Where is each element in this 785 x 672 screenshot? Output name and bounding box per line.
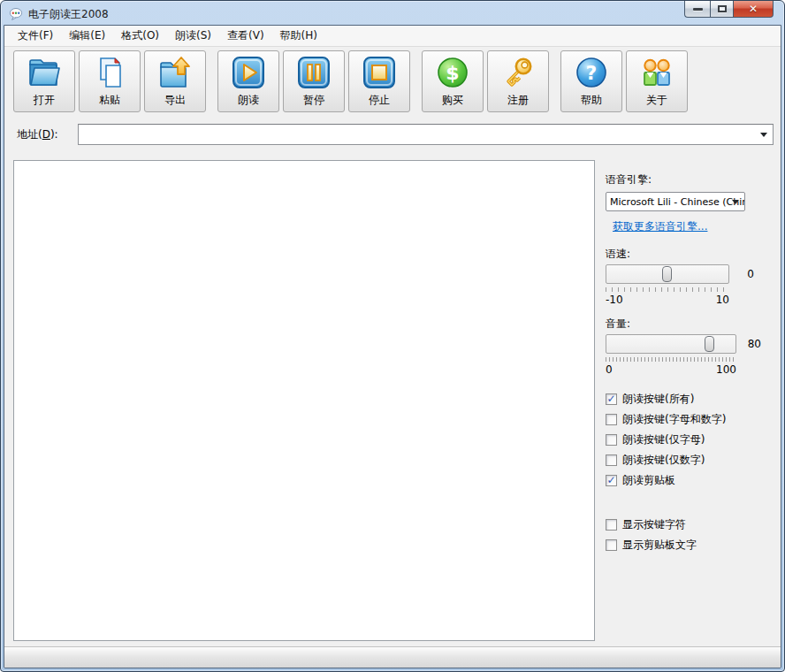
toolbar-group-playback: 朗读 <box>217 50 414 112</box>
export-button[interactable]: 导出 <box>144 50 206 112</box>
display-options-group: 显示按键字符 显示剪贴板文字 <box>606 517 774 552</box>
title-bar: 电子朗读王2008 <box>4 4 781 25</box>
speed-slider-thumb[interactable] <box>662 266 672 282</box>
main-content: 语音引擎: Microsoft Lili - Chinese (Chir 获取更… <box>4 153 781 646</box>
voice-engine-combobox[interactable]: Microsoft Lili - Chinese (Chir <box>606 192 745 211</box>
stop-icon <box>362 55 397 90</box>
speed-value: 0 <box>731 268 754 280</box>
minimize-button[interactable] <box>684 1 710 18</box>
toolbar-button-label: 停止 <box>369 93 390 108</box>
address-row: 地址(D): <box>4 116 781 153</box>
address-label: 地址(D): <box>17 127 58 142</box>
register-key-icon <box>500 55 536 90</box>
toolbar-button-label: 关于 <box>646 93 667 108</box>
checkbox-icon <box>606 414 617 425</box>
voice-engine-value: Microsoft Lili - Chinese (Chir <box>610 196 745 208</box>
voice-engine-label: 语音引擎: <box>606 172 774 187</box>
checkbox-icon <box>606 539 617 551</box>
register-button[interactable]: 注册 <box>487 50 549 112</box>
pause-button[interactable]: 暂停 <box>283 50 345 112</box>
close-button[interactable]: ✕ <box>734 1 774 18</box>
speed-block: 语速: 0 -10 10 <box>606 247 774 306</box>
toolbar-button-label: 暂停 <box>303 93 324 108</box>
checkbox-show-clipboard-text[interactable]: 显示剪贴板文字 <box>606 538 774 552</box>
help-button[interactable]: ? 帮助 <box>560 50 622 112</box>
toolbar-button-label: 粘贴 <box>99 93 120 108</box>
menu-view[interactable]: 查看(V) <box>219 26 272 46</box>
checkbox-read-keys-alnum[interactable]: 朗读按键(字母和数字) <box>606 412 774 426</box>
address-combobox[interactable] <box>78 124 774 145</box>
status-bar <box>4 646 781 668</box>
open-button[interactable]: 打开 <box>13 50 75 112</box>
menu-edit[interactable]: 编辑(E) <box>61 26 113 46</box>
play-icon <box>231 55 266 90</box>
buy-button[interactable]: $ 购买 <box>422 50 484 112</box>
checkbox-icon <box>606 434 617 446</box>
checkbox-read-keys-all[interactable]: ✓ 朗读按键(所有) <box>606 392 774 406</box>
checkbox-icon: ✓ <box>606 475 617 486</box>
pause-icon <box>296 55 332 90</box>
volume-block: 音量: 80 0 100 <box>606 317 774 376</box>
menu-file[interactable]: 文件(F) <box>10 26 61 46</box>
toolbar-button-label: 打开 <box>34 93 55 108</box>
dropdown-arrow-icon[interactable] <box>760 133 767 137</box>
volume-max-label: 100 <box>716 363 736 376</box>
read-options-group: ✓ 朗读按键(所有) 朗读按键(字母和数字) 朗读按键(仅字母) 朗读按键(仅数… <box>606 392 774 487</box>
volume-slider-ticks <box>606 357 736 362</box>
about-people-icon <box>639 55 674 90</box>
speed-slider-track[interactable] <box>606 264 729 284</box>
app-window: 电子朗读王2008 ✕ 文件(F) 编辑(E) 格式(O) 朗读(S) 查看(V… <box>0 0 785 672</box>
client-area: 文件(F) 编辑(E) 格式(O) 朗读(S) 查看(V) 帮助(H) <box>4 25 781 668</box>
speed-label: 语速: <box>606 247 774 262</box>
menu-help[interactable]: 帮助(H) <box>272 26 325 46</box>
svg-text:?: ? <box>586 62 598 84</box>
toolbar-button-label: 朗读 <box>238 93 259 108</box>
menu-read[interactable]: 朗读(S) <box>167 26 219 46</box>
app-logo-icon <box>9 7 23 21</box>
stop-button[interactable]: 停止 <box>348 50 410 112</box>
toolbar-button-label: 注册 <box>507 93 529 108</box>
menu-format[interactable]: 格式(O) <box>113 26 167 46</box>
about-button[interactable]: 关于 <box>626 50 688 112</box>
speed-max-label: 10 <box>716 294 729 306</box>
volume-label: 音量: <box>606 317 774 332</box>
svg-text:$: $ <box>446 62 459 84</box>
window-controls: ✕ <box>684 1 774 18</box>
export-icon <box>157 55 193 90</box>
toolbar-button-label: 帮助 <box>581 93 602 108</box>
minimize-icon <box>693 8 703 11</box>
toolbar-group-file: 打开 粘贴 <box>13 50 210 112</box>
window-title: 电子朗读王2008 <box>28 7 109 22</box>
paste-button[interactable]: 粘贴 <box>79 50 141 112</box>
maximize-button[interactable] <box>710 1 734 18</box>
checkbox-icon <box>606 454 617 466</box>
open-folder-icon <box>27 55 62 90</box>
checkbox-icon <box>606 519 617 531</box>
paste-icon <box>92 55 127 90</box>
checkbox-show-key-chars[interactable]: 显示按键字符 <box>606 517 774 531</box>
volume-value: 80 <box>738 338 761 350</box>
volume-slider-thumb[interactable] <box>705 336 714 352</box>
toolbar-group-help: ? 帮助 <box>560 50 691 112</box>
dropdown-arrow-icon[interactable] <box>732 200 739 204</box>
menu-bar: 文件(F) 编辑(E) 格式(O) 朗读(S) 查看(V) 帮助(H) <box>4 26 781 47</box>
help-icon: ? <box>574 55 609 90</box>
toolbar-button-label: 导出 <box>164 93 186 108</box>
volume-min-label: 0 <box>606 363 613 376</box>
get-more-engines-link[interactable]: 获取更多语音引擎... <box>613 219 707 234</box>
speed-min-label: -10 <box>606 294 623 306</box>
maximize-icon <box>718 5 727 12</box>
volume-slider-track[interactable] <box>606 334 736 354</box>
text-editor-area[interactable] <box>13 160 595 641</box>
buy-dollar-icon: $ <box>435 55 470 90</box>
checkbox-read-keys-letters[interactable]: 朗读按键(仅字母) <box>606 432 774 447</box>
toolbar-button-label: 购买 <box>442 93 463 108</box>
checkbox-read-clipboard[interactable]: ✓ 朗读剪贴板 <box>606 473 774 487</box>
read-button[interactable]: 朗读 <box>217 50 279 112</box>
checkbox-read-keys-digits[interactable]: 朗读按键(仅数字) <box>606 453 774 467</box>
toolbar-group-license: $ 购买 <box>422 50 553 112</box>
close-icon: ✕ <box>749 4 758 14</box>
settings-panel: 语音引擎: Microsoft Lili - Chinese (Chir 获取更… <box>595 160 774 641</box>
checkbox-icon: ✓ <box>606 393 617 405</box>
speed-slider-ticks <box>606 287 729 292</box>
